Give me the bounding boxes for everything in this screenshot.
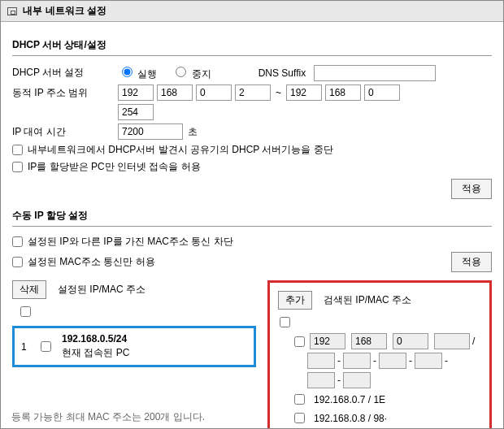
radio-stop[interactable] (176, 67, 186, 77)
window-icon (7, 7, 17, 15)
found-check-1[interactable] (294, 413, 305, 423)
page-title: 내부 네트워크 설정 (23, 5, 106, 16)
label-dns-suffix: DNS Suffix (259, 67, 306, 79)
row-number: 1 (21, 341, 29, 353)
discovered-panel: 추가 검색된 IP/MAC 주소 / - - (267, 280, 492, 429)
input-lease-time[interactable] (118, 124, 183, 140)
delete-button[interactable]: 삭제 (12, 280, 46, 299)
range-start-0[interactable] (118, 84, 154, 101)
range-end-1[interactable] (325, 84, 361, 101)
selected-row[interactable]: 1 192.168.0.5/24 현재 접속된 PC (12, 326, 256, 367)
chk-disable-on-discover-label: 내부네트워크에서 DHCP서버 발견시 공유기의 DHCP 서버기능을 중단 (28, 143, 333, 157)
apply-button-1[interactable]: 적용 (451, 179, 492, 199)
found-text-0: 192.168.0.7 / 1E (314, 394, 385, 405)
label-dynamic-range: 동적 IP 주소 범위 (12, 86, 118, 100)
mac-5[interactable] (343, 372, 371, 388)
footer-note: 등록 가능한 최대 MAC 주소는 200개 입니다. (11, 410, 205, 424)
chk-allow-only-mac-label: 설정된 MAC주소 통신만 허용 (28, 255, 155, 269)
new-entry-check[interactable] (294, 336, 305, 347)
chk-allow-only-dhcp-label: IP를 할당받은 PC만 인터넷 접속을 허용 (28, 160, 201, 174)
mac-0[interactable] (307, 353, 335, 369)
add-button[interactable]: 추가 (278, 291, 312, 310)
configured-select-all[interactable] (20, 306, 31, 317)
configured-header: 설정된 IP/MAC 주소 (58, 283, 146, 297)
discovered-select-all[interactable] (280, 317, 290, 327)
search-ip-1[interactable] (351, 333, 387, 349)
radio-run-wrap[interactable]: 실행 (118, 64, 157, 81)
section-manual-title: 수동 IP 할당 설정 (12, 209, 492, 227)
found-row-0[interactable]: 192.168.0.7 / 1E (291, 392, 481, 407)
range-start-3[interactable] (235, 84, 271, 101)
mac-2[interactable] (379, 353, 406, 369)
configured-panel: 삭제 설정된 IP/MAC 주소 1 192.168.0.5/24 현재 접속된… (12, 280, 256, 429)
chk-allow-only-mac[interactable] (12, 257, 23, 267)
tilde: ~ (276, 87, 281, 98)
found-text-1: 192.168.0.8 / 98· (314, 413, 387, 424)
range-end-0[interactable] (286, 84, 322, 101)
found-row-1[interactable]: 192.168.0.8 / 98· (291, 410, 481, 426)
chk-allow-only-dhcp[interactable] (12, 162, 23, 172)
label-dhcp-server: DHCP 서버 설정 (12, 66, 118, 80)
mac-3[interactable] (415, 353, 442, 369)
search-ip-0[interactable] (310, 333, 345, 349)
chk-disable-on-discover[interactable] (12, 145, 23, 155)
mac-1[interactable] (343, 353, 371, 369)
range-end-2[interactable] (364, 84, 400, 101)
discovered-header: 검색된 IP/MAC 주소 (324, 293, 411, 307)
found-check-0[interactable] (294, 394, 305, 405)
section-dhcp-title: DHCP 서버 상태/설정 (12, 38, 492, 56)
range-start-2[interactable] (196, 84, 232, 101)
mac-4[interactable] (307, 372, 335, 388)
label-seconds: 초 (188, 125, 198, 139)
row-desc: 현재 접속된 PC (62, 346, 129, 360)
row-ip: 192.168.0.5/24 (62, 333, 129, 344)
title-bar: 내부 네트워크 설정 (1, 1, 503, 22)
input-dns-suffix[interactable] (314, 65, 436, 81)
range-end-3[interactable] (118, 104, 154, 120)
label-lease-time: IP 대여 시간 (12, 125, 118, 139)
chk-block-other-mac-label: 설정된 IP와 다른 IP를 가진 MAC주소 통신 차단 (28, 235, 233, 249)
radio-stop-wrap[interactable]: 중지 (172, 64, 211, 81)
chk-block-other-mac[interactable] (12, 236, 23, 247)
apply-button-2[interactable]: 적용 (451, 252, 492, 272)
range-start-1[interactable] (157, 84, 193, 101)
row-checkbox[interactable] (41, 341, 51, 352)
search-ip-3[interactable] (434, 333, 470, 349)
radio-run[interactable] (122, 67, 133, 77)
slash: / (472, 336, 475, 347)
search-ip-2[interactable] (393, 333, 428, 349)
